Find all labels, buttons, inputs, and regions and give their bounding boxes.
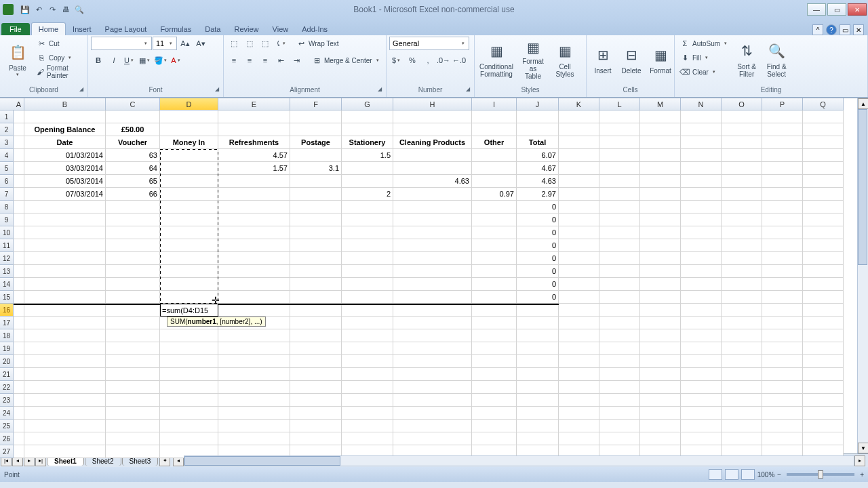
cell-G6[interactable] <box>342 175 393 188</box>
cell-B27[interactable] <box>24 445 106 458</box>
comma-format-icon[interactable]: , <box>420 54 435 67</box>
cell-O10[interactable] <box>722 226 762 239</box>
cell-B21[interactable] <box>24 368 106 381</box>
cell-D10[interactable] <box>160 226 218 239</box>
cell-L21[interactable] <box>599 368 640 381</box>
cell-F19[interactable] <box>290 342 342 355</box>
row-header-17[interactable]: 17 <box>0 317 14 329</box>
cell-G7[interactable]: 2 <box>342 188 393 201</box>
cell-I24[interactable] <box>472 407 517 420</box>
cell-L10[interactable] <box>599 226 640 239</box>
cell-J10[interactable]: 0 <box>517 226 559 239</box>
minimize-button[interactable]: — <box>807 3 826 16</box>
help-icon[interactable]: ? <box>826 24 837 35</box>
cell-Q2[interactable] <box>803 123 844 136</box>
cell-C7[interactable]: 66 <box>106 188 160 201</box>
cell-F2[interactable] <box>290 123 342 136</box>
row-header-16[interactable]: 16 <box>0 304 14 317</box>
cell-A23[interactable] <box>14 394 24 407</box>
cell-Q22[interactable] <box>803 381 844 394</box>
cell-H13[interactable] <box>393 265 472 278</box>
cell-C10[interactable] <box>106 226 160 239</box>
cell-P22[interactable] <box>762 381 803 394</box>
cell-Q11[interactable] <box>803 239 844 252</box>
cell-Q15[interactable] <box>803 291 844 304</box>
cell-P17[interactable] <box>762 317 803 329</box>
page-break-view-button[interactable] <box>741 469 755 480</box>
cell-F3[interactable]: Postage <box>290 136 342 149</box>
cell-O1[interactable] <box>722 110 762 123</box>
cell-I22[interactable] <box>472 381 517 394</box>
cell-I13[interactable] <box>472 265 517 278</box>
close-button[interactable]: ✕ <box>848 3 867 16</box>
cell-G12[interactable] <box>342 252 393 265</box>
cell-A18[interactable] <box>14 329 24 342</box>
cell-O22[interactable] <box>722 381 762 394</box>
cell-G9[interactable] <box>342 214 393 226</box>
cell-I4[interactable] <box>472 149 517 162</box>
cell-J15[interactable]: 0 <box>517 291 559 304</box>
cell-M1[interactable] <box>640 110 681 123</box>
cell-H12[interactable] <box>393 252 472 265</box>
cell-D24[interactable] <box>160 407 218 420</box>
cell-L17[interactable] <box>599 317 640 329</box>
col-header-P[interactable]: P <box>762 98 803 110</box>
conditional-formatting-button[interactable]: ▦Conditional Formatting <box>477 37 515 81</box>
col-header-M[interactable]: M <box>640 98 681 110</box>
cell-N19[interactable] <box>681 342 722 355</box>
cell-B10[interactable] <box>24 226 106 239</box>
row-header-14[interactable]: 14 <box>0 278 14 291</box>
cell-C3[interactable]: Voucher <box>106 136 160 149</box>
cell-E16[interactable] <box>218 304 290 317</box>
cell-G13[interactable] <box>342 265 393 278</box>
col-header-Q[interactable]: Q <box>803 98 844 110</box>
cell-B11[interactable] <box>24 239 106 252</box>
cell-N22[interactable] <box>681 381 722 394</box>
cell-D6[interactable] <box>160 175 218 188</box>
cell-G11[interactable] <box>342 239 393 252</box>
cell-N16[interactable] <box>681 304 722 317</box>
decrease-decimal-icon[interactable]: ←.0 <box>452 54 467 67</box>
cell-L20[interactable] <box>599 355 640 368</box>
cell-Q19[interactable] <box>803 342 844 355</box>
tab-formulas[interactable]: Formulas <box>153 23 198 35</box>
cell-A9[interactable] <box>14 214 24 226</box>
cell-A24[interactable] <box>14 407 24 420</box>
cell-J1[interactable] <box>517 110 559 123</box>
cell-Q6[interactable] <box>803 175 844 188</box>
cell-F22[interactable] <box>290 381 342 394</box>
cell-A21[interactable] <box>14 368 24 381</box>
cell-A25[interactable] <box>14 420 24 432</box>
cell-B20[interactable] <box>24 355 106 368</box>
cell-C11[interactable] <box>106 239 160 252</box>
cell-O21[interactable] <box>722 368 762 381</box>
worksheet[interactable]: ABCDEFGHIJKLMNOPQ 1234567891011121314151… <box>0 98 868 453</box>
cell-C9[interactable] <box>106 214 160 226</box>
cell-J7[interactable]: 2.97 <box>517 188 559 201</box>
cell-C13[interactable] <box>106 265 160 278</box>
cell-B7[interactable]: 07/03/2014 <box>24 188 106 201</box>
cell-P12[interactable] <box>762 252 803 265</box>
cell-C1[interactable] <box>106 110 160 123</box>
cell-N2[interactable] <box>681 123 722 136</box>
percent-format-icon[interactable]: % <box>405 54 420 67</box>
cell-J13[interactable]: 0 <box>517 265 559 278</box>
cell-M19[interactable] <box>640 342 681 355</box>
cell-O25[interactable] <box>722 420 762 432</box>
cell-H24[interactable] <box>393 407 472 420</box>
cell-F24[interactable] <box>290 407 342 420</box>
cell-B1[interactable] <box>24 110 106 123</box>
cell-N15[interactable] <box>681 291 722 304</box>
cell-Q9[interactable] <box>803 214 844 226</box>
cell-O3[interactable] <box>722 136 762 149</box>
row-header-7[interactable]: 7 <box>0 188 14 201</box>
cell-I12[interactable] <box>472 252 517 265</box>
cell-J26[interactable] <box>517 432 559 445</box>
cell-L6[interactable] <box>599 175 640 188</box>
cell-J18[interactable] <box>517 329 559 342</box>
cell-K1[interactable] <box>559 110 599 123</box>
cell-N6[interactable] <box>681 175 722 188</box>
cell-K7[interactable] <box>559 188 599 201</box>
cell-O7[interactable] <box>722 188 762 201</box>
cell-H2[interactable] <box>393 123 472 136</box>
